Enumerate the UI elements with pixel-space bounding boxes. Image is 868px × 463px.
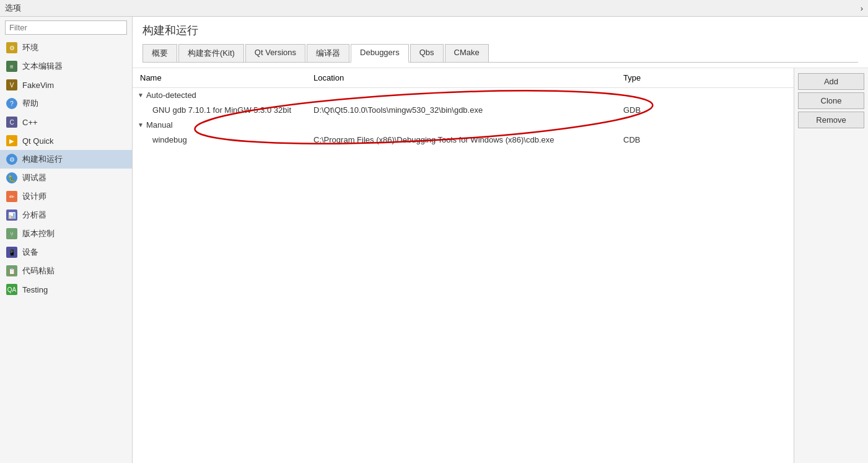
tab-debuggers[interactable]: Debuggers bbox=[351, 44, 409, 63]
section-auto-detected[interactable]: ▼Auto-detected bbox=[133, 88, 794, 102]
section-label-manual: Manual bbox=[146, 120, 173, 130]
title-bar: 选项 › bbox=[0, 0, 868, 17]
sidebar-item-device[interactable]: 📱设备 bbox=[0, 243, 132, 262]
add-button[interactable]: Add bbox=[798, 73, 864, 90]
sidebar-item-debugger[interactable]: 🐛调试器 bbox=[0, 169, 132, 187]
tabs: 概要构建套件(Kit)Qt Versions编译器DebuggersQbsCMa… bbox=[142, 44, 858, 63]
cell-location: D:\Qt\Qt5.10.0\Tools\mingw530_32\bin\gdb… bbox=[306, 104, 616, 116]
sidebar-item-texteditor[interactable]: ≡文本编辑器 bbox=[0, 57, 132, 76]
cell-type: GDB bbox=[616, 104, 648, 116]
sidebar-item-env[interactable]: ⚙环境 bbox=[0, 38, 132, 57]
env-icon: ⚙ bbox=[6, 42, 17, 53]
qtquick-icon: ▶ bbox=[6, 135, 17, 146]
sidebar-label-fakevim: FakeVim bbox=[22, 81, 54, 90]
sidebar-item-testing[interactable]: QATesting bbox=[0, 280, 132, 299]
cell-name: windebug bbox=[133, 134, 306, 146]
tab-summary[interactable]: 概要 bbox=[142, 44, 177, 62]
tab-qbs[interactable]: Qbs bbox=[410, 44, 444, 62]
title-bar-label: 选项 bbox=[5, 2, 21, 14]
sidebar-label-version: 版本控制 bbox=[22, 228, 55, 239]
cell-location: C:\Program Files (x86)\Debugging Tools f… bbox=[306, 134, 616, 146]
debuggers-table-area: Name Location Type ▼Auto-detectedGNU gdb… bbox=[133, 68, 794, 463]
sidebar-label-cpp: C++ bbox=[22, 118, 38, 127]
sidebar-label-debugger: 调试器 bbox=[22, 172, 46, 183]
col-header-location: Location bbox=[306, 71, 616, 85]
content-header: 构建和运行 概要构建套件(Kit)Qt Versions编译器Debuggers… bbox=[133, 17, 868, 68]
build-icon: ⚙ bbox=[6, 154, 17, 165]
sidebar-item-analyzer[interactable]: 📊分析器 bbox=[0, 206, 132, 224]
sidebar-item-designer[interactable]: ✏设计师 bbox=[0, 187, 132, 206]
help-icon: ? bbox=[6, 98, 17, 109]
sidebar-item-build[interactable]: ⚙构建和运行 bbox=[0, 150, 132, 169]
section-label-auto-detected: Auto-detected bbox=[146, 90, 196, 100]
tab-kit[interactable]: 构建套件(Kit) bbox=[178, 44, 244, 62]
tab-cmake[interactable]: CMake bbox=[445, 44, 489, 62]
qa-icon: QA bbox=[6, 284, 17, 295]
sidebar-item-version[interactable]: ⑂版本控制 bbox=[0, 224, 132, 243]
cell-type: CDB bbox=[616, 134, 647, 146]
sidebar: ⚙环境≡文本编辑器VFakeVim?帮助CC++▶Qt Quick⚙构建和运行🐛… bbox=[0, 17, 133, 463]
sidebar-label-paste: 代码粘贴 bbox=[22, 265, 55, 276]
fakevim-icon: V bbox=[6, 79, 17, 90]
sidebar-label-testing: Testing bbox=[22, 285, 48, 294]
section-manual[interactable]: ▼Manual bbox=[133, 118, 794, 132]
content-area: 构建和运行 概要构建套件(Kit)Qt Versions编译器Debuggers… bbox=[133, 17, 868, 463]
sidebar-label-analyzer: 分析器 bbox=[22, 209, 46, 221]
sidebar-label-help: 帮助 bbox=[22, 98, 38, 109]
sidebar-label-device: 设备 bbox=[22, 247, 38, 258]
title-bar-arrow: › bbox=[861, 4, 863, 13]
section-toggle-manual: ▼ bbox=[138, 121, 144, 128]
table-row[interactable]: GNU gdb 7.10.1 for MinGW 5.3.0 32bitD:\Q… bbox=[133, 102, 794, 118]
sidebar-item-help[interactable]: ?帮助 bbox=[0, 94, 132, 113]
filter-input[interactable] bbox=[5, 20, 127, 35]
cell-name: GNU gdb 7.10.1 for MinGW 5.3.0 32bit bbox=[133, 104, 306, 116]
texteditor-icon: ≡ bbox=[6, 61, 17, 72]
designer-icon: ✏ bbox=[6, 191, 17, 202]
analyzer-icon: 📊 bbox=[6, 209, 17, 221]
col-header-name: Name bbox=[133, 71, 306, 85]
tab-qt_versions[interactable]: Qt Versions bbox=[245, 44, 305, 62]
sidebar-label-env: 环境 bbox=[22, 42, 38, 53]
section-toggle-auto-detected: ▼ bbox=[138, 92, 144, 99]
sidebar-item-qtquick[interactable]: ▶Qt Quick bbox=[0, 131, 132, 150]
table-row[interactable]: windebugC:\Program Files (x86)\Debugging… bbox=[133, 132, 794, 148]
sidebar-item-fakevim[interactable]: VFakeVim bbox=[0, 76, 132, 94]
sidebar-item-cpp[interactable]: CC++ bbox=[0, 113, 132, 131]
sidebar-label-build: 构建和运行 bbox=[22, 154, 63, 165]
sidebar-label-designer: 设计师 bbox=[22, 191, 46, 202]
action-panel: Add Clone Remove bbox=[794, 68, 868, 463]
sidebar-label-qtquick: Qt Quick bbox=[22, 136, 54, 146]
version-icon: ⑂ bbox=[6, 228, 17, 239]
table-headers: Name Location Type bbox=[133, 68, 794, 88]
device-icon: 📱 bbox=[6, 247, 17, 258]
remove-button[interactable]: Remove bbox=[798, 112, 864, 128]
page-title: 构建和运行 bbox=[142, 23, 858, 38]
debugger-icon: 🐛 bbox=[6, 172, 17, 183]
sidebar-item-paste[interactable]: 📋代码粘贴 bbox=[0, 262, 132, 280]
cpp-icon: C bbox=[6, 117, 17, 128]
tab-compilers[interactable]: 编译器 bbox=[307, 44, 349, 62]
paste-icon: 📋 bbox=[6, 265, 17, 276]
sidebar-label-texteditor: 文本编辑器 bbox=[22, 61, 63, 72]
clone-button[interactable]: Clone bbox=[798, 92, 864, 109]
col-header-type: Type bbox=[616, 71, 648, 85]
